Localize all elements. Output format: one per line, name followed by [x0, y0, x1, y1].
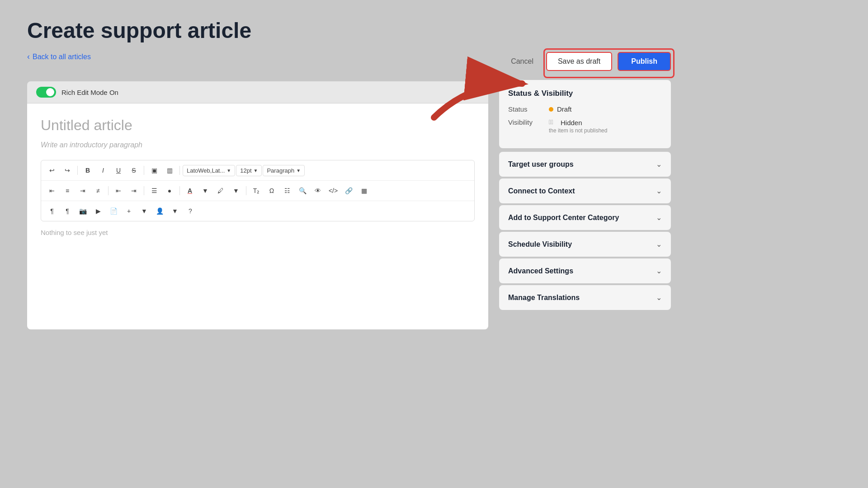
accordion-header-schedule-visibility[interactable]: Schedule Visibility ⌄ [499, 232, 671, 257]
ordered-list-button[interactable]: ☰ [147, 183, 161, 198]
align-right-button[interactable]: ⇥ [75, 183, 90, 198]
mention-button[interactable]: 👤 [152, 204, 167, 218]
rich-edit-toggle[interactable] [36, 87, 56, 98]
special-char-button[interactable]: Ω [264, 183, 279, 198]
indent-increase-button[interactable]: ⇥ [127, 183, 141, 198]
accordion-header-add-to-support[interactable]: Add to Support Center Category ⌄ [499, 205, 671, 230]
font-family-select[interactable]: LatoWeb,Lat... ▼ [183, 165, 235, 176]
accordion-header-target-user-groups[interactable]: Target user groups ⌄ [499, 152, 671, 177]
table-btn[interactable]: ☷ [280, 183, 294, 198]
undo-button[interactable]: ↩ [45, 163, 59, 178]
accordion-label-schedule-visibility: Schedule Visibility [508, 240, 572, 249]
font-size-select[interactable]: 12pt ▼ [236, 165, 262, 176]
rtl-button[interactable]: ¶ [45, 204, 59, 218]
toolbar-row-3: ¶ ¶ 📷 ▶ 📄 + ▼ 👤 ▼ ? [41, 201, 474, 221]
article-intro[interactable]: Write an introductory paragraph [41, 141, 475, 149]
font-color-button[interactable]: A [183, 183, 197, 198]
article-title[interactable]: Untitled article [41, 117, 475, 134]
accordion-header-advanced-settings[interactable]: Advanced Settings ⌄ [499, 258, 671, 283]
sidebar: Cancel Save as draft Publish Status & Vi… [499, 52, 671, 312]
bold-button[interactable]: B [80, 163, 95, 178]
page-title: Create support article [27, 18, 841, 43]
draft-label: Draft [557, 105, 572, 113]
align-center-button[interactable]: ≡ [60, 183, 75, 198]
eye-button[interactable]: 👁 [311, 183, 325, 198]
strikethrough-button[interactable]: S [127, 163, 141, 178]
link-button[interactable]: 🔗 [341, 183, 356, 198]
accordion-label-target-user-groups: Target user groups [508, 160, 574, 169]
paragraph-chevron: ▼ [296, 168, 301, 173]
highlight-button[interactable]: 🖊 [213, 183, 228, 198]
font-size-chevron: ▼ [254, 168, 258, 173]
zoom-button[interactable]: 🔍 [295, 183, 310, 198]
align-justify-button[interactable]: ≠ [91, 183, 105, 198]
separator-6 [179, 186, 180, 195]
accordion-label-manage-translations: Manage Translations [508, 294, 580, 302]
copy-format-button[interactable]: ▣ [147, 163, 161, 178]
align-left-button[interactable]: ⇤ [45, 183, 59, 198]
font-color-chevron[interactable]: ▼ [198, 183, 212, 198]
paste-button[interactable]: ▥ [162, 163, 177, 178]
separator-2 [144, 166, 144, 175]
underline-button[interactable]: U [111, 163, 126, 178]
visibility-value-container: 👁̸ Hidden the item is not published [549, 118, 607, 134]
paragraph-value: Paragraph [267, 167, 294, 174]
accordion-chevron-schedule-visibility: ⌄ [656, 240, 662, 249]
accordion-label-connect-to-context: Connect to Context [508, 187, 575, 195]
editor-area: Untitled article Write an introductory p… [27, 103, 488, 329]
redo-button[interactable]: ↪ [60, 163, 75, 178]
italic-button[interactable]: I [96, 163, 110, 178]
mention-chevron[interactable]: ▼ [168, 204, 182, 218]
image-button[interactable]: 📷 [75, 204, 90, 218]
draft-dot-icon [549, 107, 553, 112]
back-link[interactable]: ‹ Back to all articles [27, 52, 91, 61]
accordion-item-manage-translations: Manage Translations ⌄ [499, 285, 671, 310]
font-family-chevron: ▼ [226, 168, 231, 173]
rich-edit-label: Rich Edit Mode On [61, 89, 118, 96]
visibility-value: 👁̸ Hidden [549, 118, 607, 127]
status-panel-title: Status & Visibility [508, 89, 662, 98]
page-container: Create support article ‹ Back to all art… [0, 0, 868, 488]
doc-button[interactable]: 📄 [106, 204, 121, 218]
accordion-chevron-target-user-groups: ⌄ [656, 160, 662, 169]
header-actions: Cancel Save as draft Publish [499, 52, 671, 71]
accordion-header-connect-to-context[interactable]: Connect to Context ⌄ [499, 178, 671, 203]
accordion-label-add-to-support: Add to Support Center Category [508, 214, 619, 222]
add-button[interactable]: + [122, 204, 136, 218]
status-value: Draft [549, 105, 572, 113]
accordion-chevron-advanced-settings: ⌄ [656, 267, 662, 275]
toolbar-row-2: ⇤ ≡ ⇥ ≠ ⇤ ⇥ ☰ ● A ▼ 🖊 ▼ [41, 181, 474, 201]
separator-1 [77, 166, 78, 175]
back-link-label: Back to all articles [33, 53, 91, 61]
save-draft-button[interactable]: Save as draft [546, 52, 612, 71]
hidden-icon: 👁̸ [549, 118, 557, 127]
table-insert-button[interactable]: ▦ [357, 183, 371, 198]
paragraph-select[interactable]: Paragraph ▼ [263, 165, 305, 176]
code-button[interactable]: </> [326, 183, 340, 198]
accordion-label-advanced-settings: Advanced Settings [508, 267, 573, 275]
indent-decrease-button[interactable]: ⇤ [111, 183, 126, 198]
ltr-button[interactable]: ¶ [60, 204, 75, 218]
cancel-button[interactable]: Cancel [504, 53, 541, 70]
accordion-header-manage-translations[interactable]: Manage Translations ⌄ [499, 285, 671, 310]
accordion-chevron-manage-translations: ⌄ [656, 293, 662, 302]
status-label: Status [508, 105, 549, 113]
highlight-chevron[interactable]: ▼ [229, 183, 243, 198]
subscript-button[interactable]: T₂ [249, 183, 264, 198]
accordion-item-target-user-groups: Target user groups ⌄ [499, 152, 671, 177]
add-chevron[interactable]: ▼ [137, 204, 151, 218]
separator-4 [108, 186, 108, 195]
toolbar-row-1: ↩ ↪ B I U S ▣ ▥ LatoWeb,Lat... ▼ [41, 160, 474, 181]
accordion-item-add-to-support: Add to Support Center Category ⌄ [499, 205, 671, 230]
unordered-list-button[interactable]: ● [162, 183, 177, 198]
hidden-label: Hidden [561, 119, 582, 127]
separator-5 [144, 186, 144, 195]
accordion-list: Target user groups ⌄ Connect to Context … [499, 152, 671, 310]
status-panel: Status & Visibility Status Draft Visibil… [499, 80, 671, 148]
visibility-row: Visibility 👁̸ Hidden the item is not pub… [508, 118, 662, 134]
back-chevron-icon: ‹ [27, 52, 30, 61]
editor-empty-message: Nothing to see just yet [41, 221, 475, 236]
video-button[interactable]: ▶ [91, 204, 105, 218]
help-button[interactable]: ? [183, 204, 198, 218]
publish-button[interactable]: Publish [618, 52, 671, 71]
